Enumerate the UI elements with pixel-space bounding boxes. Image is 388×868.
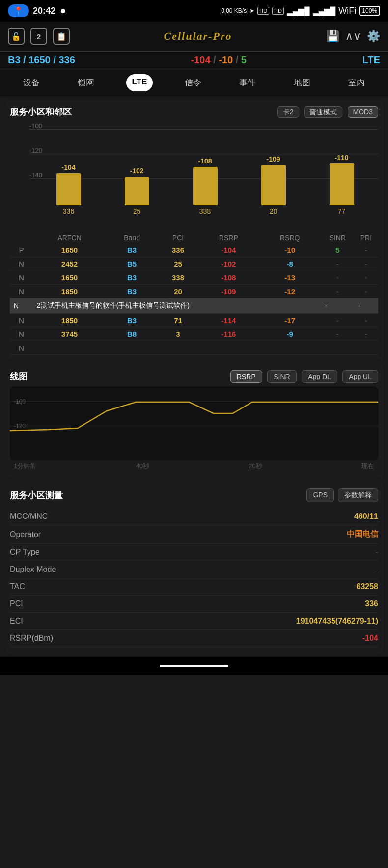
btn-param-explain[interactable]: 参数解释 [338,488,378,502]
cell-rsrq: -17 [259,314,321,327]
cell-pri: - [354,285,378,298]
col-type [10,232,33,244]
bar-group-1: -104 336 [37,163,100,215]
cell-pri: - [354,271,378,285]
bar-value-3: -108 [198,157,212,165]
bar-group-5: -110 77 [310,154,373,215]
status-right: 0.00 KB/s ➤ HD HD ▂▄▆█ ▂▄▆█ WiFi 100% [221,6,380,16]
table-row: N 2452 B5 25 -102 -8 - - [10,257,378,271]
home-indicator [0,657,388,675]
cell-arfcn: 1850 [33,314,106,327]
line-chart-title: 线图 [10,371,28,382]
cell-type: N [10,257,33,271]
tag-mode[interactable]: 普通模式 [304,106,342,118]
cell-band: B3 [106,271,158,285]
tab-device[interactable]: 设备 [17,74,46,91]
cell-pri: - [354,314,378,327]
bar-value-2: -102 [130,167,143,175]
col-pri: PRI [354,232,378,244]
wave-button[interactable]: ∧∨ [345,30,361,43]
app-header: 🔓 2 📋 Cellular-Pro 💾 ∧∨ ⚙️ [0,22,388,51]
cell-type: N [10,285,33,298]
btn-rsrp[interactable]: RSRP [230,370,262,383]
cell-pri: - [354,244,378,257]
cell-pci: 3 [158,327,198,341]
meas-header: 服务小区测量 GPS 参数解释 [10,488,378,502]
band-info: B3 / 1650 / 336 [8,54,75,66]
rsrp-value: -104 [191,54,211,65]
tab-events[interactable]: 事件 [233,74,262,91]
meas-row-mccmnc: MCC/MNC 460/11 [10,508,378,525]
hd-label: HD [257,7,269,15]
cell-rsrp: -109 [198,285,259,298]
bar-group-4: -109 20 [242,155,305,215]
tab-map[interactable]: 地图 [288,74,316,91]
cell-section-header: 服务小区和邻区 卡2 普通模式 MOD3 [10,106,378,118]
cell-band: B5 [106,257,158,271]
cell-band: B3 [106,285,158,298]
table-row: N [10,341,378,355]
bar-group-3: -108 338 [173,157,237,215]
btn-sinr[interactable]: SINR [267,370,296,383]
cell-rsrq: -13 [259,271,321,285]
btn-app-dl[interactable]: App DL [302,370,337,383]
btn-gps[interactable]: GPS [306,488,334,502]
cell-band: B8 [106,327,158,341]
meas-row-duplex: Duplex Mode - [10,561,378,578]
cell-section: 服务小区和邻区 卡2 普通模式 MOD3 -100 -120 -140 -104… [4,100,384,361]
tab-lock[interactable]: 锁网 [72,74,100,91]
battery-icon: 100% [359,6,380,16]
table-row: N 1650 B3 338 -108 -13 - - [10,271,378,285]
cell-rsrq: -9 [259,327,321,341]
col-pci: PCI [158,232,198,244]
line-chart-svg [10,386,378,460]
cell-type: N [10,271,33,285]
settings-button[interactable]: ⚙️ [367,30,380,43]
meas-value-eci: 191047435(746279-11) [296,617,378,625]
network-speed: 0.00 KB/s [221,7,247,14]
line-chart-area: -100 -120 [10,386,378,460]
chart-time-labels: 1分钟前 40秒 20秒 现在 [10,460,378,473]
status-time: 20:42 [33,6,55,16]
meas-label-cptype: CP Type [10,548,40,557]
cell-section-title: 服务小区和邻区 [10,106,72,118]
meas-value-tac: 63258 [357,582,379,591]
cell-rsrq: -8 [259,257,321,271]
tag-sim2[interactable]: 卡2 [277,106,299,118]
bar-chart: -100 -120 -140 -104 336 -102 25 -108 [10,122,378,230]
cell-sinr: 5 [321,244,354,257]
save-button[interactable]: 💾 [326,30,339,43]
clipboard-icon[interactable]: 📋 [53,28,70,45]
col-sinr: SINR [321,232,354,244]
hd-label2: HD [272,7,284,15]
lock-icon[interactable]: 🔓 [8,28,25,45]
tab-signal[interactable]: 信令 [179,74,207,91]
bar-4 [261,165,286,205]
tooltip-text: 2测试手机主板信号的软件(手机主板信号测试软件) [33,298,321,314]
cell-pci: 71 [158,314,198,327]
meas-label-tac: TAC [10,582,25,591]
meas-value-duplex: - [376,565,378,574]
meas-label-mccmnc: MCC/MNC [10,512,48,521]
bar-label-1: 336 [63,207,74,215]
sim-icon[interactable]: 2 [30,28,47,45]
meas-row-pci: PCI 336 [10,596,378,613]
meas-label-rsrp: RSRP(dBm) [10,634,53,643]
meas-label-pci: PCI [10,599,23,608]
sinr-value: 5 [241,54,247,65]
status-bar: 📍 20:42 ⏺ 0.00 KB/s ➤ HD HD ▂▄▆█ ▂▄▆█ Wi… [0,0,388,22]
cell-sinr: - [321,271,354,285]
tab-indoor[interactable]: 室内 [342,74,371,91]
cell-sinr: - [321,285,354,298]
tab-lte[interactable]: LTE [126,74,153,91]
signal-info: -104 / -10 / 5 [191,54,247,66]
tag-mod3[interactable]: MOD3 [348,106,378,118]
meas-value-cptype: - [376,548,378,557]
bar-value-4: -109 [266,155,280,163]
cell-arfcn: 1850 [33,285,106,298]
btn-app-ul[interactable]: App UL [342,370,378,383]
col-arfcn: ARFCN [33,232,106,244]
cell-type: P [10,244,33,257]
bar-value-5: -110 [334,154,348,162]
meas-value-operator: 中国电信 [347,529,378,540]
